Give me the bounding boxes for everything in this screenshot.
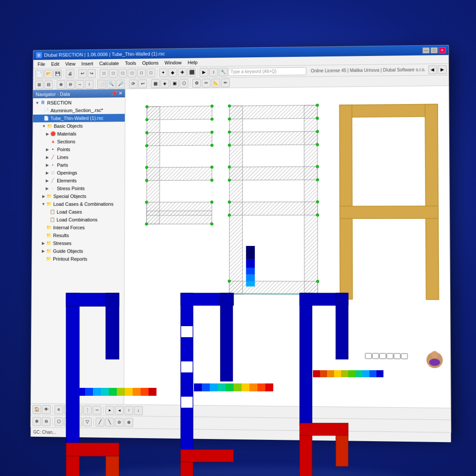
tb2-btn-1[interactable]: ⊞ <box>35 80 44 89</box>
bot-btn-7[interactable]: ∽ <box>93 405 101 414</box>
tb2-btn-3[interactable]: ⊕ <box>57 80 66 89</box>
menu-insert[interactable]: Insert <box>79 60 96 67</box>
tb-btn-7[interactable]: ✦ <box>159 68 167 77</box>
tb-btn-3[interactable]: □ <box>119 69 127 78</box>
bot-btn-5[interactable]: ≋ <box>74 405 82 414</box>
bot-btn-9[interactable]: ◂ <box>115 405 124 414</box>
tree-results[interactable]: 📁 Results <box>32 231 124 239</box>
tb2-btn-15[interactable]: ⬡ <box>179 79 188 88</box>
tree-points[interactable]: ▶ • Points <box>33 145 125 153</box>
bot-btn-1[interactable]: 🏠 <box>33 405 41 413</box>
tb-btn-4[interactable]: □ <box>128 68 136 77</box>
menu-options[interactable]: Options <box>140 59 161 66</box>
redo-button[interactable]: ↪ <box>87 69 96 78</box>
tb2-btn-9[interactable]: 🔎 <box>116 79 125 88</box>
tb2-btn-6[interactable]: ↕ <box>85 80 94 89</box>
bot2-btn-10[interactable]: ⊗ <box>124 418 133 427</box>
svg-point-33 <box>228 104 231 107</box>
tb-btn-5[interactable]: □ <box>137 68 145 77</box>
tb2-btn-10[interactable]: ⟳ <box>129 79 138 88</box>
menu-file[interactable]: File <box>35 60 48 67</box>
tree-aluminium[interactable]: 📄 Aluminium_Section_.rsc* <box>33 106 125 115</box>
bot2-btn-6[interactable]: ▽ <box>83 417 92 426</box>
bot2-btn-1[interactable]: ⊕ <box>32 416 41 425</box>
tb2-btn-17[interactable]: ✂ <box>202 78 211 87</box>
tb2-btn-19[interactable]: ✏ <box>221 78 230 87</box>
tree-basic[interactable]: ▼ 📁 Basic Objects <box>33 122 125 130</box>
tree-loadcases[interactable]: ▼ 📁 Load Cases & Combinations <box>32 200 124 208</box>
tree-printout[interactable]: 📁 Printout Reports <box>32 255 124 263</box>
tree-loadcombs[interactable]: 📋 Load Combinations <box>32 216 124 223</box>
tree-openings[interactable]: ▶ □ Openings <box>33 169 125 177</box>
tree-guide[interactable]: ▶ 📁 Guide Objects <box>32 247 124 255</box>
tb2-btn-11[interactable]: ↩ <box>138 79 147 88</box>
bot-btn-6[interactable]: ⋮ <box>83 405 92 414</box>
print-button[interactable]: 🖨 <box>66 69 74 78</box>
tree-stresspoints[interactable]: ▶ · Stress Points <box>32 184 124 192</box>
tb-btn-1[interactable]: □ <box>100 69 108 78</box>
menu-edit[interactable]: Edit <box>48 60 62 67</box>
tree-internalforces[interactable]: 📁 Internal Forces <box>32 223 124 231</box>
tb-btn-12[interactable]: ↕ <box>209 67 218 76</box>
tb-btn-13[interactable]: 🔧 <box>219 67 227 76</box>
tb2-btn-5[interactable]: ↔ <box>75 80 84 89</box>
label-openings: Openings <box>57 170 77 175</box>
bot-btn-10[interactable]: ↑ <box>124 406 133 415</box>
tb2-btn-13[interactable]: ◈ <box>160 79 169 88</box>
bot-btn-11[interactable]: ↓ <box>134 406 143 415</box>
bot2-btn-5[interactable]: △ <box>74 417 82 426</box>
menu-view[interactable]: View <box>63 60 78 67</box>
tb-btn-8[interactable]: ◆ <box>168 68 177 77</box>
bot2-btn-8[interactable]: ╲ <box>105 417 114 426</box>
tree-special[interactable]: ▶ 📁 Special Objects <box>32 192 124 200</box>
tree-rsection[interactable]: ▼ R RSECTION <box>33 98 125 107</box>
tb-btn-6[interactable]: □ <box>147 68 155 77</box>
undo-button[interactable]: ↩ <box>78 69 86 78</box>
tb2-btn-16[interactable]: ⚙ <box>192 78 201 87</box>
bot-btn-3[interactable]: ≡ <box>55 405 63 414</box>
tb2-btn-18[interactable]: 📐 <box>212 78 220 87</box>
window-controls: — □ ✕ <box>422 47 446 54</box>
tree-sections[interactable]: 🔺 Sections <box>33 138 125 146</box>
nav-close-button[interactable]: ✕ <box>119 90 123 96</box>
new-button[interactable]: 📄 <box>35 70 43 78</box>
bot-btn-2[interactable]: 👁 <box>42 405 51 414</box>
menu-window[interactable]: Window <box>162 59 184 66</box>
menu-help[interactable]: Help <box>185 59 200 66</box>
tb-btn-9[interactable]: ✚ <box>178 68 187 77</box>
menu-calculate[interactable]: Calculate <box>97 60 122 67</box>
tree-parts[interactable]: ▶ ▪ Parts <box>33 161 125 169</box>
tb2-btn-12[interactable]: ▦ <box>151 79 160 88</box>
minimize-button[interactable]: — <box>422 47 429 53</box>
bot2-btn-9[interactable]: ⊘ <box>115 418 123 427</box>
tree-materials[interactable]: ▶ 🔴 Materials <box>33 130 125 138</box>
close-button[interactable]: ✕ <box>439 47 446 53</box>
nav-prev[interactable]: ◀ <box>428 65 437 74</box>
tb-btn-11[interactable]: ▶ <box>200 68 208 77</box>
tb2-btn-14[interactable]: ▣ <box>170 79 179 88</box>
menu-tools[interactable]: Tools <box>123 60 139 67</box>
bot2-btn-7[interactable]: ╱ <box>96 417 104 426</box>
nav-pin-button[interactable]: 📌 <box>111 90 117 96</box>
tb2-btn-8[interactable]: 🔍 <box>107 79 115 88</box>
bot-btn-8[interactable]: ▸ <box>105 405 114 414</box>
bot2-btn-2[interactable]: ⊖ <box>42 417 51 426</box>
search-box[interactable]: Type a keyword (Alt+Q) <box>228 67 306 76</box>
tree-elements[interactable]: ▶ ╱ Elements <box>33 176 125 185</box>
tb2-btn-7[interactable]: ⬜ <box>97 80 106 89</box>
bot2-btn-4[interactable]: ⬢ <box>64 417 73 426</box>
bot-btn-4[interactable]: ≈ <box>64 405 73 414</box>
tree-stresses[interactable]: ▶ 📁 Stresses <box>32 239 125 247</box>
tb-btn-10[interactable]: ⬛ <box>187 68 196 77</box>
maximize-button[interactable]: □ <box>431 47 438 53</box>
tree-lines[interactable]: ▶ ╱ Lines <box>33 153 125 161</box>
tb2-btn-4[interactable]: ⊖ <box>66 80 75 89</box>
tb-btn-2[interactable]: □ <box>109 69 117 78</box>
tree-loadcases-sub[interactable]: 📋 Load Cases <box>32 208 124 216</box>
bot2-btn-3[interactable]: ⬡ <box>54 417 63 426</box>
save-button[interactable]: 💾 <box>53 69 62 78</box>
tb2-btn-2[interactable]: ⊟ <box>44 80 53 89</box>
open-button[interactable]: 📂 <box>44 69 52 78</box>
tree-tube[interactable]: 📄 Tube_Thin-Walled (1).rsc <box>33 114 125 122</box>
nav-next[interactable]: ▶ <box>438 65 447 74</box>
